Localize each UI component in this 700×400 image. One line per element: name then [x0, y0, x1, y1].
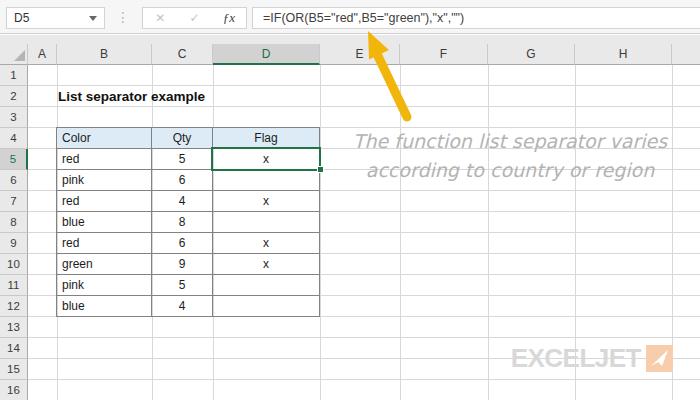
cell-c9[interactable]: 6: [152, 233, 213, 254]
exceljet-logo-text: EXCELJET: [511, 343, 641, 374]
name-box-value: D5: [14, 11, 29, 25]
cell-b5[interactable]: red: [57, 149, 152, 170]
formula-bar-resize-handle[interactable]: ⋮: [116, 6, 130, 28]
annotation-line2: according to country or region: [332, 156, 688, 185]
cancel-icon[interactable]: ✕: [143, 8, 177, 28]
row-header-1[interactable]: 1: [0, 65, 28, 86]
cell-b8[interactable]: blue: [57, 212, 152, 233]
selected-cell-outline[interactable]: [211, 147, 321, 171]
column-header-c[interactable]: C: [152, 44, 213, 65]
formula-text: =IF(OR(B5="red",B5="green"),"x",""): [263, 11, 464, 25]
cell-d11[interactable]: [213, 275, 320, 296]
table-row: red 4 x: [57, 191, 320, 212]
column-header-g[interactable]: G: [488, 44, 575, 65]
cell-c11[interactable]: 5: [152, 275, 213, 296]
fill-handle[interactable]: [317, 166, 324, 173]
formula-input[interactable]: =IF(OR(B5="red",B5="green"),"x",""): [252, 7, 700, 29]
column-header-a[interactable]: A: [28, 44, 57, 65]
row-header-9[interactable]: 9: [0, 233, 28, 254]
row-header-5-selected[interactable]: 5: [0, 149, 28, 170]
row-header-11[interactable]: 11: [0, 275, 28, 296]
chevron-down-icon[interactable]: [89, 16, 97, 21]
gridline: [320, 65, 321, 400]
cell-d12[interactable]: [213, 296, 320, 317]
table-row: green 9 x: [57, 254, 320, 275]
table-header-row: Color Qty Flag: [57, 128, 320, 149]
cell-d9[interactable]: x: [213, 233, 320, 254]
excel-screenshot: D5 ⋮ ✕ ✓ ƒx =IF(OR(B5="red",B5="green"),…: [0, 0, 700, 400]
name-box[interactable]: D5: [6, 7, 105, 29]
gridline: [488, 65, 489, 400]
header-color[interactable]: Color: [57, 128, 152, 149]
cell-d8[interactable]: [213, 212, 320, 233]
column-header-f[interactable]: F: [400, 44, 488, 65]
row-header-2[interactable]: 2: [0, 86, 28, 107]
cell-b12[interactable]: blue: [57, 296, 152, 317]
header-qty[interactable]: Qty: [152, 128, 213, 149]
row-header-3[interactable]: 3: [0, 107, 28, 128]
table-row: blue 4: [57, 296, 320, 317]
cell-b6[interactable]: pink: [57, 170, 152, 191]
cell-c8[interactable]: 8: [152, 212, 213, 233]
sheet-title-cell[interactable]: List separator example: [58, 89, 205, 104]
enter-icon[interactable]: ✓: [177, 8, 211, 28]
row-header-15[interactable]: 15: [0, 359, 28, 380]
column-headers: A B C D E F G H: [0, 44, 700, 65]
cell-c6[interactable]: 6: [152, 170, 213, 191]
annotation-note: The function list separator varies accor…: [332, 127, 688, 185]
exceljet-logo: EXCELJET: [511, 343, 673, 374]
table-row: blue 8: [57, 212, 320, 233]
table-row: pink 6: [57, 170, 320, 191]
header-flag[interactable]: Flag: [213, 128, 320, 149]
gridline: [400, 65, 401, 400]
cell-b9[interactable]: red: [57, 233, 152, 254]
select-all-corner[interactable]: [0, 44, 28, 65]
row-header-7[interactable]: 7: [0, 191, 28, 212]
row-header-8[interactable]: 8: [0, 212, 28, 233]
cell-d6[interactable]: [213, 170, 320, 191]
row-header-16[interactable]: 16: [0, 380, 28, 400]
exceljet-plane-icon: [646, 345, 673, 372]
insert-function-icon[interactable]: ƒx: [212, 8, 246, 28]
row-header-6[interactable]: 6: [0, 170, 28, 191]
table-row: red 6 x: [57, 233, 320, 254]
table-row: pink 5: [57, 275, 320, 296]
column-header-b[interactable]: B: [57, 44, 152, 65]
annotation-line1: The function list separator varies: [332, 127, 688, 156]
cell-b7[interactable]: red: [57, 191, 152, 212]
cell-d7[interactable]: x: [213, 191, 320, 212]
cell-c10[interactable]: 9: [152, 254, 213, 275]
cell-b11[interactable]: pink: [57, 275, 152, 296]
row-headers: 1 2 3 4 5 6 7 8 9 10 11 12 13 14 15 16: [0, 65, 28, 400]
cell-d10[interactable]: x: [213, 254, 320, 275]
row-header-12[interactable]: 12: [0, 296, 28, 317]
row-header-10[interactable]: 10: [0, 254, 28, 275]
column-header-d-selected[interactable]: D: [213, 44, 320, 65]
formula-bar: D5 ⋮ ✕ ✓ ƒx =IF(OR(B5="red",B5="green"),…: [0, 0, 700, 34]
column-header-e[interactable]: E: [320, 44, 400, 65]
row-header-4[interactable]: 4: [0, 128, 28, 149]
cell-b10[interactable]: green: [57, 254, 152, 275]
cell-c7[interactable]: 4: [152, 191, 213, 212]
toolbar-gap: [0, 35, 700, 44]
cell-c5[interactable]: 5: [152, 149, 213, 170]
column-header-h[interactable]: H: [575, 44, 672, 65]
formula-buttons: ✕ ✓ ƒx: [142, 7, 247, 29]
cell-c12[interactable]: 4: [152, 296, 213, 317]
row-header-13[interactable]: 13: [0, 317, 28, 338]
column-header-partial[interactable]: [672, 44, 700, 65]
row-header-14[interactable]: 14: [0, 338, 28, 359]
